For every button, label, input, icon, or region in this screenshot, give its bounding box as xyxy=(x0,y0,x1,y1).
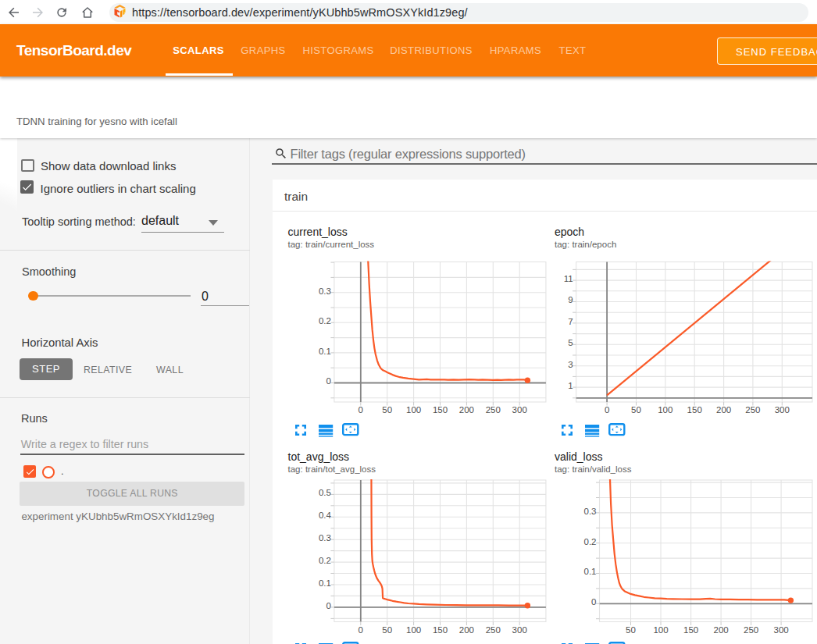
svg-text:0.3: 0.3 xyxy=(319,286,331,296)
svg-text:0.3: 0.3 xyxy=(319,533,331,543)
svg-text:9: 9 xyxy=(568,295,573,304)
svg-text:100: 100 xyxy=(653,625,668,635)
svg-text:0: 0 xyxy=(591,597,596,607)
svg-text:100: 100 xyxy=(406,625,421,635)
svg-text:0.4: 0.4 xyxy=(319,511,332,520)
svg-text:250: 250 xyxy=(745,405,760,415)
svg-text:150: 150 xyxy=(433,625,448,635)
svg-text:200: 200 xyxy=(716,405,731,415)
svg-text:150: 150 xyxy=(683,625,698,635)
svg-text:0.2: 0.2 xyxy=(584,537,597,546)
svg-text:5: 5 xyxy=(568,338,573,347)
svg-text:200: 200 xyxy=(459,405,474,415)
svg-text:0: 0 xyxy=(359,625,363,635)
svg-text:150: 150 xyxy=(433,405,448,415)
svg-text:300: 300 xyxy=(774,625,789,635)
svg-text:0.1: 0.1 xyxy=(584,567,597,576)
svg-text:7: 7 xyxy=(568,317,573,326)
svg-text:0.2: 0.2 xyxy=(319,316,331,326)
svg-text:50: 50 xyxy=(631,405,641,415)
svg-text:0: 0 xyxy=(326,376,330,386)
svg-text:250: 250 xyxy=(486,625,501,635)
svg-text:100: 100 xyxy=(658,405,673,415)
svg-text:0: 0 xyxy=(326,601,330,610)
svg-text:0: 0 xyxy=(605,405,609,415)
svg-text:200: 200 xyxy=(714,625,729,635)
svg-text:300: 300 xyxy=(775,405,790,415)
svg-text:0.1: 0.1 xyxy=(319,347,331,356)
svg-text:3: 3 xyxy=(568,360,573,369)
svg-text:200: 200 xyxy=(459,625,474,635)
svg-text:250: 250 xyxy=(486,405,501,415)
svg-text:50: 50 xyxy=(626,625,636,635)
svg-text:0.5: 0.5 xyxy=(319,488,331,497)
svg-text:100: 100 xyxy=(406,405,421,415)
svg-text:250: 250 xyxy=(744,625,758,635)
svg-text:11: 11 xyxy=(564,274,573,283)
svg-text:300: 300 xyxy=(512,405,527,415)
svg-text:1: 1 xyxy=(568,381,573,390)
svg-text:0.2: 0.2 xyxy=(319,556,331,565)
svg-text:0.3: 0.3 xyxy=(584,507,597,516)
svg-text:0.1: 0.1 xyxy=(319,578,331,588)
svg-text:150: 150 xyxy=(687,405,702,415)
svg-text:50: 50 xyxy=(382,405,392,415)
svg-text:300: 300 xyxy=(512,625,527,635)
svg-text:50: 50 xyxy=(382,625,392,635)
svg-text:0: 0 xyxy=(359,405,363,415)
